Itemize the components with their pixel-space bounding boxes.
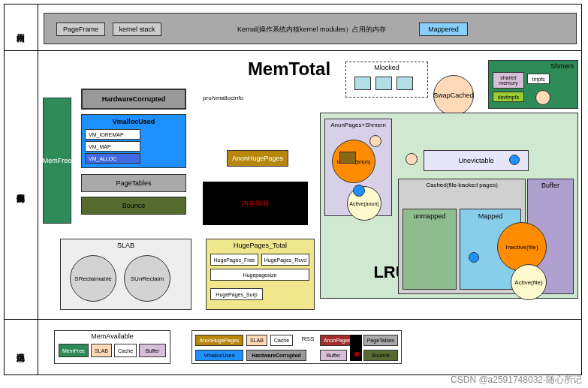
anonhuge: AnonHugePages — [227, 150, 288, 167]
s2-hc: HardwareCorrupted — [246, 350, 306, 361]
kernel-note: Kernal(操作系统内核kernel modules）占用的内存 — [225, 25, 398, 34]
inactive-file: Inactive(file) — [497, 222, 547, 272]
bounce: Bounce — [81, 197, 186, 215]
un-d2 — [509, 155, 520, 165]
vm2: VM_MAP — [85, 141, 140, 152]
ba-mf: MemFree — [59, 344, 89, 357]
ml-b3 — [397, 77, 413, 90]
kernel-stack: kernel stack — [113, 23, 161, 36]
s2-rss: RSS — [297, 333, 318, 344]
swapcached: SwapCached — [433, 75, 474, 116]
ba-bf: Buffer — [139, 344, 166, 357]
ml-b1 — [354, 77, 371, 90]
ia-dot — [369, 135, 381, 147]
pageframe: PageFrame — [56, 23, 105, 36]
sect-remain: 剩余内存使用情况 — [6, 113, 35, 263]
hp-sp: HugePages_Surp — [210, 288, 263, 300]
s2-bf: Buffer — [320, 350, 347, 361]
shm-tm: tmpfs — [527, 74, 550, 84]
active-file: Active(file) — [511, 264, 547, 300]
ml-b2 — [375, 77, 392, 90]
memfree: MemFree — [43, 98, 71, 224]
s2-sl: SLAB — [246, 335, 267, 346]
ba-ca: Cache — [114, 344, 137, 357]
mappered: Mappered — [419, 23, 468, 36]
s2-bn: Bounce — [363, 350, 398, 361]
pv-label: pro/vmallocinfo — [194, 93, 252, 102]
blackhole: 内存黑洞 — [203, 182, 308, 225]
memtotal-title: MemTotal — [233, 59, 345, 80]
mp-dot — [469, 252, 479, 263]
s2-bb: 内存黑洞 — [350, 335, 362, 361]
un-d1 — [406, 153, 418, 165]
s2-ca: Cache — [270, 335, 293, 346]
vm3: VM_ALLOC — [85, 153, 140, 164]
hp-f: HugePages_Free — [210, 254, 258, 266]
s2-vu: VmallocUsed — [195, 350, 243, 361]
vm1: VM_IOREMAP — [85, 129, 140, 140]
shm-dv: devtmpfs — [493, 92, 524, 102]
hp-r: HugePages_Rsvd — [261, 254, 309, 266]
unmapped: unmapped — [403, 209, 457, 290]
shm-circ — [535, 90, 550, 105]
srecl: SReclaimable — [70, 255, 116, 302]
sect-summary: 内存汇总情况 — [6, 324, 35, 369]
ia-inner — [339, 152, 356, 164]
aa-dot — [353, 185, 365, 197]
watermark: CSDN @a2591748032-随心所记 — [451, 374, 582, 386]
hp-sz: Hugepagesize — [210, 269, 309, 281]
hwcorrupt: HardwareCorrupted — [81, 89, 186, 110]
pagetables: PageTables — [81, 174, 186, 192]
ba-sl: SLAB — [91, 344, 112, 357]
sect-kernel: 内核使用内存 — [6, 8, 35, 47]
sunrecl: SUnReclaim — [124, 255, 170, 302]
s2-pt: PageTables — [363, 335, 398, 346]
s2-ah: AnonHugePages — [195, 335, 243, 346]
shm-sm: shared memory — [493, 72, 524, 89]
